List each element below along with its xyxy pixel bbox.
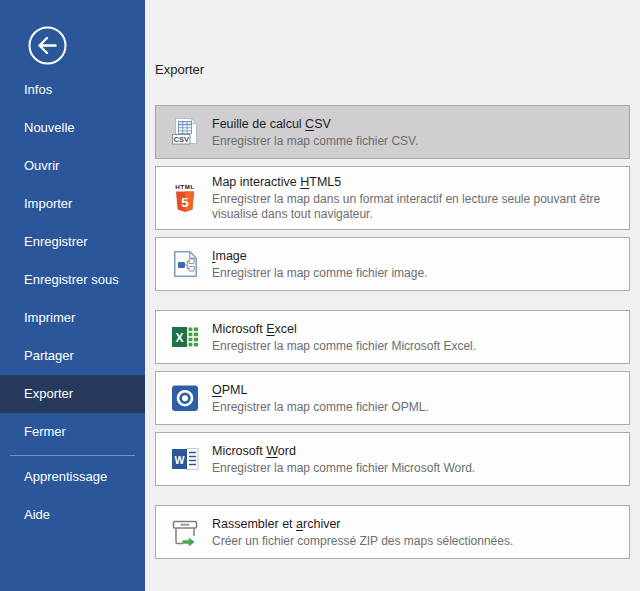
export-item-description: Enregistrer la map comme fichier image. (212, 266, 623, 281)
export-item-microsoft-word[interactable]: WMicrosoft WordEnregistrer la map comme … (155, 432, 630, 486)
html5-icon: HTML5 (169, 182, 201, 214)
sidebar-item-label: Aide (24, 507, 50, 522)
export-item-description: Enregistrer la map comme fichier Microso… (212, 339, 623, 354)
export-item-title-part: PML (222, 383, 248, 397)
sidebar-footer-menu: ApprentissageAide (0, 458, 145, 534)
sidebar-item-label: Exporter (24, 386, 73, 401)
export-panel: Exporter CSVFeuille de calcul CSVEnregis… (145, 0, 640, 591)
sidebar-item-label: Infos (24, 82, 52, 97)
svg-text:CSV: CSV (173, 135, 188, 144)
sidebar-item-nouvelle[interactable]: Nouvelle (0, 109, 145, 147)
back-button[interactable] (27, 25, 68, 66)
opml-icon (169, 382, 201, 414)
svg-text:W: W (175, 454, 185, 466)
export-item-description: Créer un fichier compressé ZIP des maps … (212, 534, 623, 549)
sidebar-item-fermer[interactable]: Fermer (0, 413, 145, 451)
export-group: CSVFeuille de calcul CSVEnregistrer la m… (155, 105, 630, 291)
export-item-image[interactable]: ImageEnregistrer la map comme fichier im… (155, 237, 630, 291)
export-item-title-part: C (305, 117, 314, 131)
export-item-title-part: a (296, 517, 303, 531)
word-icon: W (169, 443, 201, 475)
sidebar-item-enregistrer[interactable]: Enregistrer (0, 223, 145, 261)
export-item-map-interactive-html5[interactable]: HTML5Map interactive HTML5Enregistrer la… (155, 166, 630, 230)
back-arrow-icon (27, 25, 68, 66)
sidebar-item-infos[interactable]: Infos (0, 71, 145, 109)
export-item-text: Microsoft ExcelEnregistrer la map comme … (212, 321, 623, 354)
export-item-title: Map interactive HTML5 (212, 174, 623, 190)
export-item-title-part: TML5 (309, 175, 341, 189)
export-item-title-part: xcel (275, 322, 297, 336)
export-item-description: Enregistrer la map dans un format intera… (212, 192, 623, 222)
svg-text:X: X (175, 331, 183, 345)
sidebar-item-label: Enregistrer sous (24, 272, 119, 287)
export-item-title-part: Microsoft (212, 322, 266, 336)
sidebar-item-enregistrer-sous[interactable]: Enregistrer sous (0, 261, 145, 299)
sidebar-item-label: Enregistrer (24, 234, 88, 249)
export-item-feuille-de-calcul-csv[interactable]: CSVFeuille de calcul CSVEnregistrer la m… (155, 105, 630, 159)
export-item-title: Image (212, 248, 623, 264)
export-item-title-part: Map interactive (212, 175, 300, 189)
export-item-opml[interactable]: OPMLEnregistrer la map comme fichier OPM… (155, 371, 630, 425)
sidebar-item-apprentissage[interactable]: Apprentissage (0, 458, 145, 496)
sidebar-menu: InfosNouvelleOuvrirImporterEnregistrerEn… (0, 71, 145, 451)
export-item-title-part: ord (278, 444, 296, 458)
export-item-title: Microsoft Word (212, 443, 623, 459)
export-item-description: Enregistrer la map comme fichier CSV. (212, 134, 623, 149)
export-item-description: Enregistrer la map comme fichier Microso… (212, 461, 623, 476)
export-item-text: Rassembler et archiverCréer un fichier c… (212, 516, 623, 549)
sidebar-item-aide[interactable]: Aide (0, 496, 145, 534)
sidebar-item-imprimer[interactable]: Imprimer (0, 299, 145, 337)
export-item-title-part: O (212, 383, 222, 397)
image-map-icon (169, 248, 201, 280)
export-item-title-part: Rassembler et (212, 517, 296, 531)
export-group: Rassembler et archiverCréer un fichier c… (155, 505, 630, 559)
csv-spreadsheet-icon: CSV (169, 116, 201, 148)
export-item-title-part: rchiver (303, 517, 341, 531)
export-item-text: Microsoft WordEnregistrer la map comme f… (212, 443, 623, 476)
export-item-title: OPML (212, 382, 623, 398)
excel-icon: X (169, 321, 201, 353)
sidebar-item-exporter[interactable]: Exporter (0, 375, 145, 413)
export-item-title: Microsoft Excel (212, 321, 623, 337)
export-item-text: Map interactive HTML5Enregistrer la map … (212, 174, 623, 222)
export-groups: CSVFeuille de calcul CSVEnregistrer la m… (155, 105, 630, 559)
sidebar: InfosNouvelleOuvrirImporterEnregistrerEn… (0, 0, 145, 591)
sidebar-item-importer[interactable]: Importer (0, 185, 145, 223)
export-group: XMicrosoft ExcelEnregistrer la map comme… (155, 310, 630, 486)
export-item-title-part: Microsoft (212, 444, 266, 458)
export-item-microsoft-excel[interactable]: XMicrosoft ExcelEnregistrer la map comme… (155, 310, 630, 364)
export-item-title: Rassembler et archiver (212, 516, 623, 532)
sidebar-item-label: Fermer (24, 424, 66, 439)
export-item-description: Enregistrer la map comme fichier OPML. (212, 400, 623, 415)
sidebar-item-label: Imprimer (24, 310, 75, 325)
export-item-title: Feuille de calcul CSV (212, 116, 623, 132)
export-item-title-part: E (266, 322, 274, 336)
sidebar-item-label: Apprentissage (24, 469, 107, 484)
sidebar-item-label: Ouvrir (24, 158, 59, 173)
sidebar-item-partager[interactable]: Partager (0, 337, 145, 375)
sidebar-item-ouvrir[interactable]: Ouvrir (0, 147, 145, 185)
export-item-title-part: SV (314, 117, 331, 131)
sidebar-item-label: Nouvelle (24, 120, 75, 135)
sidebar-divider (10, 455, 135, 456)
archive-box-icon (169, 516, 201, 548)
export-item-title-part: Feuille de calcul (212, 117, 305, 131)
svg-text:HTML: HTML (175, 183, 195, 190)
sidebar-item-label: Importer (24, 196, 72, 211)
export-item-title-part: mage (215, 249, 246, 263)
export-item-title-part: W (266, 444, 278, 458)
page-title: Exporter (155, 62, 630, 78)
svg-text:5: 5 (181, 195, 189, 210)
export-item-title-part: H (300, 175, 309, 189)
backstage-view: InfosNouvelleOuvrirImporterEnregistrerEn… (0, 0, 640, 591)
sidebar-item-label: Partager (24, 348, 74, 363)
export-item-text: OPMLEnregistrer la map comme fichier OPM… (212, 382, 623, 415)
export-item-rassembler-et-archiver[interactable]: Rassembler et archiverCréer un fichier c… (155, 505, 630, 559)
export-item-text: ImageEnregistrer la map comme fichier im… (212, 248, 623, 281)
export-item-text: Feuille de calcul CSVEnregistrer la map … (212, 116, 623, 149)
